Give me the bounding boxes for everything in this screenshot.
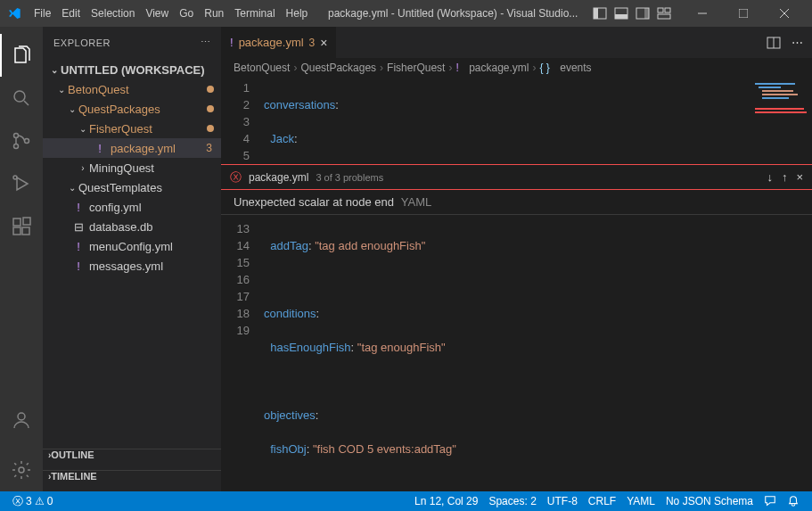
folder-betonquest[interactable]: ⌄BetonQuest [43, 79, 221, 99]
svg-rect-33 [755, 111, 807, 113]
problems-file: package.yml [249, 171, 308, 184]
workspace-root[interactable]: ⌄UNTITLED (WORKSPACE) [43, 60, 221, 79]
editor-bottom[interactable]: 13141516171819 addTag: "tag add enoughFi… [221, 215, 812, 491]
explorer-more-icon[interactable]: ⋯ [201, 37, 211, 48]
menu-view[interactable]: View [140, 7, 174, 20]
menu-edit[interactable]: Edit [56, 7, 86, 20]
menu-bar: File Edit Selection View Go Run Terminal… [29, 7, 313, 20]
debug-icon[interactable] [0, 162, 43, 205]
tab-more-icon[interactable]: ⋯ [791, 36, 803, 49]
menu-file[interactable]: File [29, 7, 56, 20]
editor-top[interactable]: 123456789101112 conversations: Jack: que… [221, 78, 812, 164]
maximize-button[interactable] [723, 0, 764, 27]
file-config-yml[interactable]: !config.yml [43, 197, 221, 217]
yaml-icon: ! [71, 260, 86, 273]
next-problem-icon[interactable]: ↓ [767, 170, 773, 184]
file-menuconfig-yml[interactable]: !menuConfig.yml [43, 236, 221, 256]
svg-rect-1 [594, 8, 598, 19]
status-eol[interactable]: CRLF [583, 495, 621, 507]
extensions-icon[interactable] [0, 205, 43, 248]
problem-message[interactable]: Unexpected scalar at node end YAML [221, 190, 812, 215]
svg-point-23 [18, 413, 25, 420]
explorer-icon[interactable] [0, 34, 43, 77]
yaml-icon: ! [71, 240, 86, 253]
problems-count: 3 of 3 problems [316, 172, 383, 183]
bell-icon[interactable] [782, 495, 805, 507]
status-schema[interactable]: No JSON Schema [660, 495, 759, 507]
source-control-icon[interactable] [0, 120, 43, 162]
line-gutter: 13141516171819 [221, 218, 264, 491]
outline-section[interactable]: ›OUTLINE [43, 449, 221, 470]
modified-dot-icon [207, 125, 214, 132]
menu-terminal[interactable]: Terminal [229, 7, 280, 20]
file-package-yml[interactable]: !package.yml3 [43, 138, 221, 158]
panel-left-icon[interactable] [593, 6, 607, 21]
status-spaces[interactable]: Spaces: 2 [483, 495, 541, 507]
prev-problem-icon[interactable]: ↑ [782, 170, 788, 184]
db-icon: ⊟ [71, 220, 86, 234]
crumb[interactable]: QuestPackages [300, 62, 376, 74]
status-encoding[interactable]: UTF-8 [542, 495, 583, 507]
tab-label: package.yml [239, 36, 304, 49]
svg-rect-20 [13, 227, 21, 235]
editor-area: ! package.yml 3 × ⋯ BetonQuest› QuestPac… [221, 27, 812, 491]
svg-rect-32 [755, 108, 804, 110]
close-button[interactable] [764, 0, 805, 27]
code-content[interactable]: conversations: Jack: quester: "Jack" fir… [264, 78, 741, 164]
menu-selection[interactable]: Selection [86, 7, 140, 20]
yaml-icon: ! [71, 201, 86, 214]
svg-line-14 [24, 101, 29, 105]
feedback-icon[interactable] [759, 495, 782, 507]
account-icon[interactable] [0, 399, 43, 441]
tab-bar: ! package.yml 3 × ⋯ [221, 27, 812, 58]
status-errors[interactable]: ⓧ3 ⚠0 [7, 494, 58, 509]
tab-close-icon[interactable]: × [320, 36, 327, 50]
folder-miningquest[interactable]: ›MiningQuest [43, 158, 221, 177]
folder-questtemplates[interactable]: ⌄QuestTemplates [43, 177, 221, 197]
menu-help[interactable]: Help [281, 7, 314, 20]
close-problems-icon[interactable]: × [796, 170, 803, 184]
warning-icon: ⚠ [35, 495, 45, 507]
tab-package-yml[interactable]: ! package.yml 3 × [221, 27, 337, 58]
titlebar: File Edit Selection View Go Run Terminal… [0, 0, 812, 27]
svg-rect-5 [644, 8, 649, 19]
timeline-section[interactable]: ›TIMELINE [43, 470, 221, 491]
status-language[interactable]: YAML [621, 495, 660, 507]
crumb[interactable]: FisherQuest [387, 62, 445, 74]
svg-rect-19 [13, 218, 21, 226]
crumb[interactable]: package.yml [469, 62, 529, 74]
folder-fisherquest[interactable]: ⌄FisherQuest [43, 119, 221, 138]
minimap[interactable] [741, 78, 812, 164]
panel-right-icon[interactable] [636, 6, 650, 21]
settings-icon[interactable] [0, 449, 43, 491]
code-content[interactable]: addTag: "tag add enoughFish" conditions:… [264, 218, 812, 491]
svg-point-17 [25, 139, 29, 144]
svg-rect-10 [739, 9, 748, 18]
breadcrumbs[interactable]: BetonQuest› QuestPackages› FisherQuest› … [221, 58, 812, 78]
search-icon[interactable] [0, 77, 43, 120]
svg-point-16 [14, 144, 19, 149]
yaml-icon: ! [230, 36, 234, 49]
layout-controls [593, 6, 671, 21]
folder-questpackages[interactable]: ⌄QuestPackages [43, 99, 221, 119]
crumb[interactable]: BetonQuest [234, 62, 290, 74]
menu-run[interactable]: Run [199, 7, 229, 20]
status-lncol[interactable]: Ln 12, Col 29 [409, 495, 483, 507]
svg-rect-21 [22, 227, 29, 235]
svg-rect-6 [658, 8, 663, 12]
activity-bar [0, 27, 43, 491]
window-controls [682, 0, 805, 27]
layout-icon[interactable] [657, 6, 671, 21]
file-messages-yml[interactable]: !messages.yml [43, 256, 221, 276]
svg-rect-8 [658, 14, 670, 19]
error-icon: ⓧ [230, 169, 242, 185]
crumb[interactable]: events [560, 62, 591, 74]
split-editor-icon[interactable] [767, 36, 781, 50]
file-database-db[interactable]: ⊟database.db [43, 217, 221, 236]
error-icon: ⓧ [12, 494, 23, 509]
modified-dot-icon [207, 86, 214, 93]
svg-point-18 [13, 176, 17, 179]
minimize-button[interactable] [682, 0, 723, 27]
panel-bottom-icon[interactable] [614, 6, 628, 21]
menu-go[interactable]: Go [174, 7, 199, 20]
